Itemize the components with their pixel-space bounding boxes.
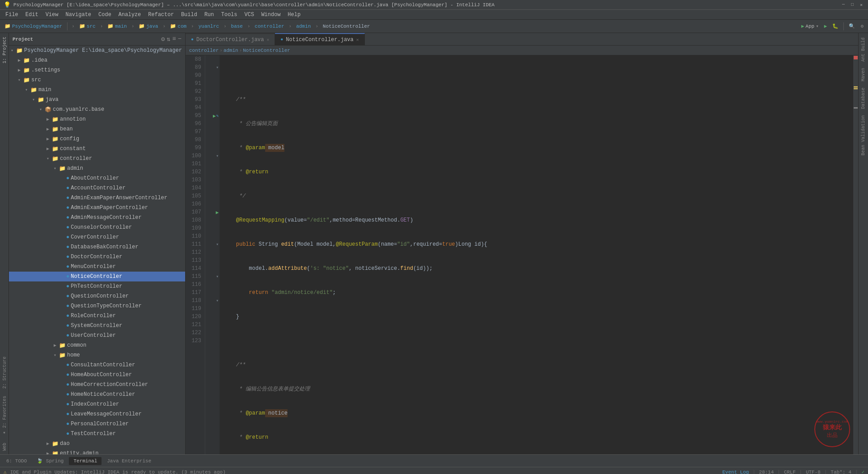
tree-AccountController[interactable]: ▶ ● AccountController [9,183,185,193]
tree-PersonalController[interactable]: ▶ ● PersonalController [9,419,185,429]
tree-main[interactable]: ▾ 📁 main [9,85,185,95]
tree-ConsultantController[interactable]: ▶ ● ConsultantController [9,360,185,370]
status-event-log[interactable]: Event Log [722,470,749,474]
tree-src[interactable]: ▾ 📁 src [9,75,185,85]
sidebar-settings-btn[interactable]: ⚙ [161,35,165,43]
menu-navigate[interactable]: Navigate [62,11,95,19]
menu-view[interactable]: View [42,11,62,19]
tree-config[interactable]: ▶ 📁 config [9,134,185,144]
tree-QuestionController[interactable]: ▶ ● QuestionController [9,291,185,301]
breadcrumb-main[interactable]: 📁 main [106,22,128,30]
tree-AdminExamPaperAnswerController[interactable]: ▶ ● AdminExamPaperAnswerController [9,193,185,203]
sidebar-minimize-btn[interactable]: − [178,35,182,43]
menu-refactor[interactable]: Refactor [144,11,178,19]
tree-NoticeController[interactable]: ▶ ● NoticeController [9,272,185,281]
menu-code[interactable]: Code [95,11,115,19]
menu-analyze[interactable]: Analyze [115,11,144,19]
tree-DoctorController[interactable]: ▶ ● DoctorController [9,252,185,262]
tree-root[interactable]: ▾ 📁 PsychologyManager E:\idea_space\Psyc… [9,46,185,55]
code-editor[interactable]: 88 89 90 91 92 93 94 95 96 97 98 99 100 … [186,55,858,454]
bottom-tab-todo[interactable]: 6: TODO [2,457,31,465]
tree-dao[interactable]: ▶ 📁 dao [9,439,185,449]
maximize-button[interactable]: □ [849,2,855,8]
tree-LeaveMessageController[interactable]: ▶ ● LeaveMessageController [9,409,185,419]
toolbar-search-everywhere[interactable]: 🔍 [847,22,857,30]
bottom-tab-terminal[interactable]: Terminal [69,457,102,465]
gutter-95[interactable]: ▶✎ [205,112,220,120]
vertical-tab-structure[interactable]: 2: Structure [0,353,8,392]
tree-AdminExamPaperController[interactable]: ▶ ● AdminExamPaperController [9,203,185,213]
tree-CoverController[interactable]: ▶ ● CoverController [9,232,185,242]
bc-admin[interactable]: admin [224,48,238,53]
tree-CounselorController[interactable]: ▶ ● CounselorController [9,222,185,232]
right-panel-bean-validation[interactable]: Bean Validation [860,113,867,158]
tree-TestController[interactable]: ▶ ● TestController [9,429,185,439]
bc-controller[interactable]: controller [189,48,219,53]
tree-HomeCorrectionController[interactable]: ▶ ● HomeCorrectionController [9,380,185,390]
vertical-tab-web[interactable]: Web [0,439,8,454]
menu-vcs[interactable]: VCS [241,11,258,19]
tree-admin[interactable]: ▾ 📁 admin [9,164,185,173]
tree-IndexController[interactable]: ▶ ● IndexController [9,399,185,409]
tree-UserController[interactable]: ▶ ● UserController [9,331,185,340]
menu-edit[interactable]: Edit [22,11,42,19]
tree-DatabaseBakController[interactable]: ▶ ● DatabaseBakController [9,242,185,252]
breadcrumb-yuanlrc[interactable]: yuanlrc [197,23,221,30]
tab-NoticeController[interactable]: ● NoticeController.java ✕ [275,33,364,45]
gutter-118[interactable]: ▾ [205,297,220,305]
breadcrumb-admin[interactable]: admin [294,23,313,30]
breadcrumb-src[interactable]: 📁 src [77,22,97,30]
right-panel-database[interactable]: Database [860,85,867,112]
close-button[interactable]: ✕ [858,2,864,8]
sidebar-expand-btn[interactable]: ≡ [172,35,176,43]
tree-package[interactable]: ▾ 📦 com.yuanlrc.base [9,105,185,114]
breadcrumb-com[interactable]: 📁 com [168,22,188,30]
tree-HomeAboutController[interactable]: ▶ ● HomeAboutController [9,370,185,380]
gutter-89[interactable]: ▾ [205,63,220,71]
tree-RoleController[interactable]: ▶ ● RoleController [9,311,185,321]
right-panel-maven[interactable]: Maven [860,65,867,84]
bottom-tab-java-enterprise[interactable]: Java Enterprise [102,457,156,465]
vertical-tab-project[interactable]: 1: Project [0,33,8,67]
tab-close-notice[interactable]: ✕ [356,37,359,42]
tab-close-doctor[interactable]: ✕ [267,37,269,42]
gutter-111[interactable]: ▾ [205,240,220,248]
tree-QuestionTypeController[interactable]: ▶ ● QuestionTypeController [9,301,185,311]
menu-file[interactable]: File [2,11,22,19]
bottom-tab-spring[interactable]: 🍃 Spring [32,457,68,465]
toolbar-settings[interactable]: ⚙ [859,22,865,30]
tree-common[interactable]: ▶ 📁 common [9,340,185,350]
breadcrumb-java[interactable]: 📁 java [137,22,160,30]
menu-window[interactable]: Window [258,11,284,19]
toolbar-run-button[interactable]: ▶ [822,22,829,30]
sidebar-sort-btn[interactable]: ⇅ [167,35,170,43]
toolbar-project[interactable]: 📁 PsychologyManager [3,22,64,30]
tree-entity-admin[interactable]: ▶ 📁 entity.admin [9,449,185,454]
tree-bean[interactable]: ▶ 📁 bean [9,124,185,134]
breadcrumb-base[interactable]: base [229,23,245,30]
minimize-button[interactable]: ─ [840,2,847,8]
gutter-100[interactable]: ▾ [205,152,220,160]
tree-controller[interactable]: ▾ 📁 controller [9,154,185,164]
status-encoding[interactable]: UTF-8 [806,470,821,474]
status-indent[interactable]: Tab*: 4 [831,470,851,474]
tree-MenuController[interactable]: ▶ ● MenuController [9,262,185,272]
menu-help[interactable]: Help [284,11,304,19]
breadcrumb-noticecontroller[interactable]: NoticeController [321,23,372,30]
toolbar-run-config[interactable]: ▶ App ▾ [800,22,821,30]
tree-constant[interactable]: ▶ 📁 constant [9,144,185,154]
menu-tools[interactable]: Tools [218,11,241,19]
code-content[interactable]: /** * 公告编辑页面 * @param model * @return */… [220,55,853,454]
tree-HomeNoticeController[interactable]: ▶ ● HomeNoticeController [9,390,185,399]
tree-SystemController[interactable]: ▶ ● SystemController [9,321,185,331]
bc-noticecontroller[interactable]: NoticeController [243,48,290,53]
toolbar-debug-button[interactable]: 🐛 [830,22,840,30]
vertical-tab-favorites[interactable]: ★ 2: Favorites [0,392,8,439]
menu-build[interactable]: Build [178,11,201,19]
tree-home[interactable]: ▾ 📁 home [9,350,185,360]
tree-java[interactable]: ▾ 📁 java [9,95,185,105]
status-line-sep[interactable]: CRLF [784,470,796,474]
tree-AdminMessageController[interactable]: ▶ ● AdminMessageController [9,213,185,222]
breadcrumb-controller[interactable]: controller [253,23,286,30]
tab-DoctorController[interactable]: ● DoctorController.java ✕ [186,34,275,45]
